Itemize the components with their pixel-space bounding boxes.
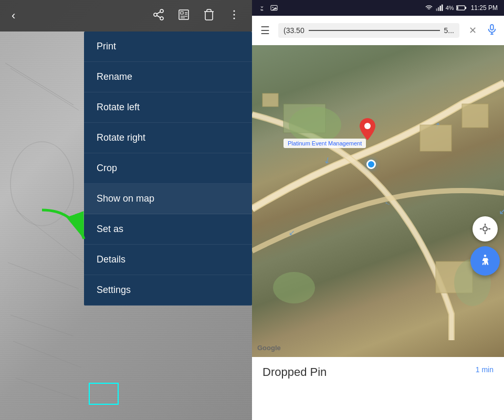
svg-point-51 [483, 227, 487, 231]
svg-text:↙: ↙ [289, 228, 295, 237]
svg-rect-32 [465, 7, 466, 9]
battery-text: 4% [446, 5, 454, 11]
microphone-icon[interactable] [486, 24, 498, 38]
svg-rect-42 [420, 125, 452, 151]
svg-point-11 [160, 17, 163, 20]
svg-point-50 [364, 123, 371, 129]
map-background: ↙ ↗ ↙ ← ↙ Platinum Event Management [252, 45, 504, 357]
map-location-label: Platinum Event Management [284, 139, 366, 148]
photo-icon [270, 4, 278, 12]
usb-icon [258, 4, 266, 12]
menu-item-rename[interactable]: Rename [84, 62, 252, 92]
status-right: 4% 11:25 PM [425, 4, 498, 12]
bottom-info-card: Dropped Pin 1 min [252, 357, 504, 420]
svg-rect-27 [436, 8, 437, 11]
photo-panel: ‹ [0, 0, 252, 420]
gps-location-button[interactable] [472, 216, 498, 242]
map-area[interactable]: ↙ ↗ ↙ ← ↙ Platinum Event Management [252, 45, 504, 357]
battery-icon [456, 5, 467, 11]
more-options-icon[interactable] [222, 4, 247, 28]
back-button[interactable]: ‹ [5, 5, 22, 27]
search-clear-button[interactable]: ✕ [466, 24, 480, 37]
svg-rect-24 [261, 10, 264, 11]
map-roads: ↙ ↗ ↙ ← ↙ [252, 45, 504, 357]
svg-rect-43 [462, 104, 488, 128]
google-logo: Google [257, 344, 281, 352]
menu-item-print[interactable]: Print [84, 32, 252, 62]
travel-time-badge: 1 min [476, 365, 494, 374]
menu-item-rotate-right[interactable]: Rotate right [84, 123, 252, 153]
maps-panel: 4% 11:25 PM ☰ (33.50 5... ✕ [252, 0, 504, 420]
menu-item-details[interactable]: Details [84, 245, 252, 275]
svg-point-47 [289, 107, 341, 143]
menu-item-set-as[interactable]: Set as [84, 214, 252, 245]
svg-rect-34 [490, 24, 494, 29]
time-display: 11:25 PM [471, 4, 498, 12]
search-coordinates-end: 5... [444, 26, 454, 35]
menu-item-crop[interactable]: Crop [84, 153, 252, 184]
delete-icon[interactable] [196, 4, 222, 28]
svg-point-10 [154, 13, 157, 16]
menu-item-settings[interactable]: Settings [84, 275, 252, 306]
menu-item-rotate-left[interactable]: Rotate left [84, 92, 252, 123]
search-input-container[interactable]: (33.50 5... [278, 23, 459, 38]
hamburger-menu-icon[interactable]: ☰ [258, 22, 272, 39]
svg-point-21 [234, 14, 235, 15]
svg-rect-28 [438, 7, 439, 11]
svg-point-48 [273, 272, 315, 303]
search-bar: ☰ (33.50 5... ✕ [252, 16, 504, 45]
context-menu: Print Rename Rotate left Rotate right Cr… [84, 32, 252, 306]
walking-mode-button[interactable] [470, 246, 500, 276]
status-bar: 4% 11:25 PM [252, 0, 504, 16]
signal-icon [435, 4, 444, 12]
svg-rect-30 [442, 5, 443, 11]
svg-rect-33 [457, 6, 458, 9]
current-location-dot [366, 160, 376, 169]
svg-rect-15 [181, 12, 183, 14]
svg-point-20 [234, 10, 235, 12]
search-coordinates: (33.50 [284, 26, 304, 35]
svg-point-26 [272, 7, 274, 8]
wifi-icon [425, 4, 433, 12]
menu-item-show-on-map[interactable]: Show on map [84, 184, 252, 214]
svg-line-13 [157, 12, 161, 14]
edit-icon[interactable] [171, 4, 196, 28]
status-left [258, 4, 278, 12]
share-icon[interactable] [146, 4, 171, 28]
svg-point-56 [484, 255, 486, 257]
photo-toolbar: ‹ [0, 0, 252, 32]
svg-point-22 [234, 17, 235, 19]
svg-text:↙: ↙ [499, 206, 504, 216]
svg-point-9 [160, 9, 163, 13]
dropped-pin-title: Dropped Pin [262, 365, 327, 379]
svg-line-12 [157, 15, 161, 17]
svg-rect-29 [439, 6, 440, 11]
svg-rect-46 [262, 93, 278, 107]
